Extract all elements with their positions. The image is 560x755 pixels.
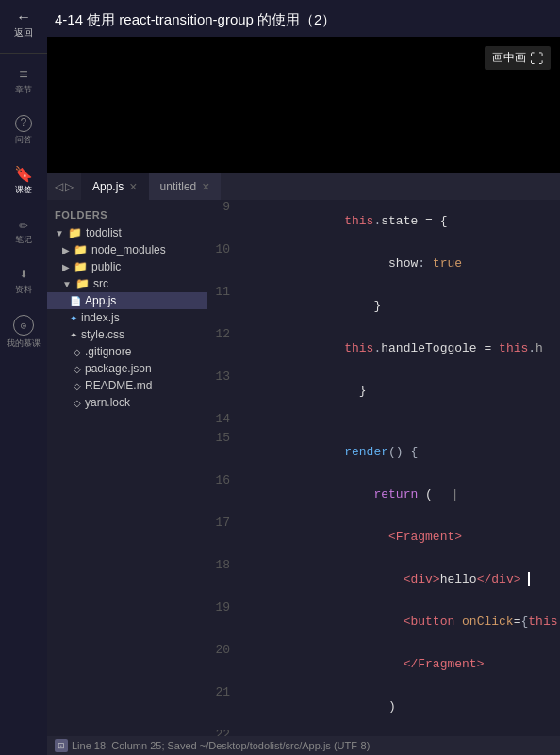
ide-nav-button[interactable]: ◁ ▷ [47, 173, 81, 200]
sidebar-item-resources[interactable]: ⬇ 资料 [0, 255, 47, 305]
chapters-icon: ≡ [19, 67, 28, 84]
public-folder-icon: 📁 [74, 260, 88, 273]
tab-untitled[interactable]: untitled × [149, 173, 222, 200]
code-line-10: 10 show: true [207, 242, 560, 285]
tree-item-appjs[interactable]: 📄 App.js [47, 292, 207, 309]
code-line-19: 19 <button onClick={this.h [207, 600, 560, 643]
appjs-file-icon: 📄 [70, 296, 81, 306]
code-line-9: 9 this.state = { [207, 200, 560, 242]
ide-area: ◁ ▷ App.js × untitled × FOLDERS ▼ 📁 todo… [47, 173, 560, 755]
code-area[interactable]: 9 this.state = { 10 show: true [207, 200, 560, 736]
appjs-filename: App.js [85, 294, 116, 307]
line-code-19: <button onClick={this.h [241, 600, 560, 643]
line-code-17: <Fragment> [241, 516, 560, 558]
code-line-22: 22 } [207, 728, 560, 736]
code-line-17: 17 <Fragment> [207, 516, 560, 558]
readme-file-icon: ◇ [74, 381, 81, 391]
tree-item-yarnlock[interactable]: ◇ yarn.lock [47, 394, 207, 411]
tree-item-gitignore[interactable]: ◇ .gitignore [47, 343, 207, 360]
tree-item-todolist[interactable]: ▼ 📁 todolist [47, 224, 207, 241]
stylecss-filename: style.css [81, 328, 124, 341]
header: 4-14 使用 react-transition-group 的使用（2） [47, 0, 560, 37]
folder-icon: 📁 [68, 226, 82, 239]
mycourse-label: 我的慕课 [7, 337, 41, 350]
node-modules-folder-icon: 📁 [74, 243, 88, 256]
tree-item-readme[interactable]: ◇ README.md [47, 377, 207, 394]
notes-icon: ✏ [19, 215, 28, 234]
stylecss-file-icon: ✦ [70, 330, 77, 340]
indexjs-filename: index.js [81, 311, 120, 324]
line-code-15: render() { [241, 431, 560, 473]
ide-body: FOLDERS ▼ 📁 todolist ▶ 📁 node_modules ▶ … [47, 200, 560, 736]
tab-untitled-label: untitled [160, 180, 197, 193]
ide-header: ◁ ▷ App.js × untitled × [47, 173, 560, 200]
src-folder-icon: 📁 [75, 277, 90, 290]
line-num-17: 17 [207, 516, 241, 530]
sidebar-item-chapters[interactable]: ≡ 章节 [0, 57, 47, 106]
status-icon: ⊡ [55, 739, 68, 752]
tab-appjs[interactable]: App.js × [81, 173, 149, 200]
resources-icon: ⬇ [19, 265, 28, 284]
chapters-label: 章节 [15, 84, 32, 96]
folder-chevron-right-icon: ▶ [62, 245, 70, 255]
nav-right-icon: ▷ [65, 180, 74, 193]
main-content: 4-14 使用 react-transition-group 的使用（2） 画中… [47, 0, 560, 755]
line-code-16: return (| [241, 473, 560, 516]
packagejson-filename: package.json [85, 362, 152, 375]
back-label: 返回 [14, 26, 33, 40]
tree-item-node-modules[interactable]: ▶ 📁 node_modules [47, 241, 207, 258]
public-chevron-icon: ▶ [62, 262, 70, 272]
line-code-10: show: true [241, 242, 560, 285]
code-line-12: 12 this.handleToggole = this.h [207, 327, 560, 369]
src-name: src [93, 277, 108, 290]
sidebar-item-qa[interactable]: ? 问答 [0, 106, 47, 156]
line-code-21: ) [241, 685, 560, 728]
sidebar-top: ← 返回 ≡ 章节 ? 问答 🔖 课签 ✏ 笔记 ⬇ 资料 ⊙ [0, 0, 47, 359]
status-bar: ⊡ Line 18, Column 25; Saved ~/Desktop/to… [47, 736, 560, 755]
bookmark-label: 课签 [15, 184, 32, 196]
code-line-14: 14 [207, 412, 560, 431]
line-code-9: this.state = { [241, 200, 560, 242]
line-num-13: 13 [207, 369, 241, 384]
line-num-14: 14 [207, 412, 241, 426]
line-code-18: <div>hello</div> [241, 558, 560, 600]
readme-filename: README.md [85, 379, 152, 392]
public-name: public [91, 260, 121, 273]
back-arrow-icon: ← [19, 9, 28, 26]
tab-appjs-close[interactable]: × [129, 180, 137, 193]
line-code-12: this.handleToggole = this.h [241, 327, 560, 369]
tree-section-label: FOLDERS [47, 207, 207, 224]
code-line-20: 20 </Fragment> [207, 643, 560, 685]
tree-item-indexjs[interactable]: ✦ index.js [47, 309, 207, 326]
pip-label: 画中画 [492, 50, 526, 66]
gitignore-filename: .gitignore [85, 345, 131, 358]
tree-item-public[interactable]: ▶ 📁 public [47, 258, 207, 275]
tree-item-stylecss[interactable]: ✦ style.css [47, 326, 207, 343]
sidebar: ← 返回 ≡ 章节 ? 问答 🔖 课签 ✏ 笔记 ⬇ 资料 ⊙ [0, 0, 47, 755]
line-code-20: </Fragment> [241, 643, 560, 685]
line-num-21: 21 [207, 685, 241, 699]
sidebar-item-bookmark[interactable]: 🔖 课签 [0, 156, 47, 205]
mycourse-icon: ⊙ [13, 315, 34, 336]
bookmark-icon: 🔖 [14, 165, 33, 184]
line-code-13: } [241, 369, 560, 412]
line-num-12: 12 [207, 327, 241, 341]
tree-item-src[interactable]: ▼ 📁 src [47, 275, 207, 292]
sidebar-item-notes[interactable]: ✏ 笔记 [0, 205, 47, 255]
qa-label: 问答 [15, 134, 32, 146]
sidebar-item-mycourse[interactable]: ⊙ 我的慕课 [0, 305, 47, 359]
line-code-22: } [241, 728, 560, 736]
node-modules-name: node_modules [91, 243, 166, 256]
code-line-16: 16 return (| [207, 473, 560, 516]
code-line-18: 18 <div>hello</div> [207, 558, 560, 600]
picture-in-picture-button[interactable]: 画中画 ⛶ [485, 46, 551, 70]
packagejson-file-icon: ◇ [74, 364, 81, 374]
yarnlock-filename: yarn.lock [85, 396, 130, 409]
nav-left-icon: ◁ [55, 180, 63, 193]
tab-untitled-close[interactable]: × [202, 180, 209, 193]
code-line-15: 15 render() { [207, 431, 560, 473]
sidebar-item-back[interactable]: ← 返回 [0, 0, 47, 49]
indexjs-file-icon: ✦ [70, 313, 77, 323]
tree-item-packagejson[interactable]: ◇ package.json [47, 360, 207, 377]
line-code-11: } [241, 285, 560, 327]
